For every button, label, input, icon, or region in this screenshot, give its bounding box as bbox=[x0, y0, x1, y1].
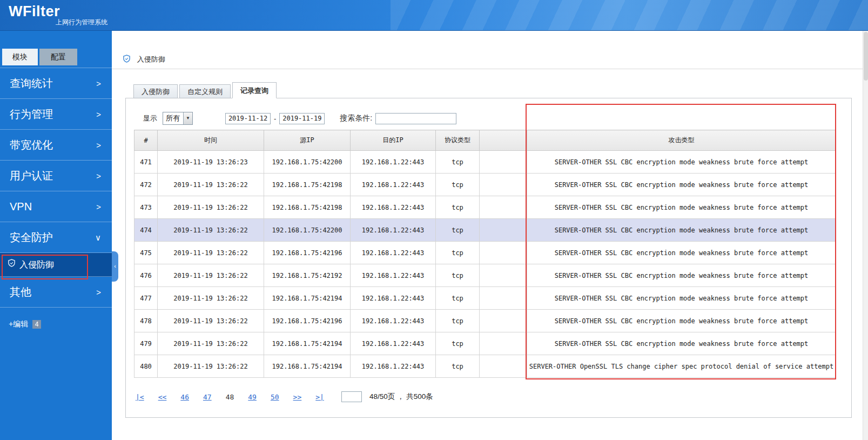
table-cell: 2019-11-19 13:26:22 bbox=[158, 355, 264, 378]
edit-button[interactable]: +编辑4 bbox=[9, 319, 112, 329]
table-cell: 474 bbox=[134, 219, 158, 242]
sidebar-item-行为管理[interactable]: 行为管理> bbox=[0, 99, 112, 130]
table-cell: 475 bbox=[134, 242, 158, 264]
app-subtitle: 上网行为管理系统 bbox=[56, 18, 107, 27]
table-row[interactable]: 4722019-11-19 13:26:22192.168.1.75:42198… bbox=[134, 174, 836, 196]
page-link-48[interactable]: 48 bbox=[226, 393, 234, 401]
scrollbar[interactable] bbox=[863, 31, 868, 440]
table-cell: 192.168.1.75:42196 bbox=[264, 242, 351, 264]
display-select[interactable]: 所有 ▼ bbox=[163, 112, 193, 125]
sidebar-item-其他[interactable]: 其他> bbox=[0, 277, 112, 308]
table-cell: 192.168.1.22:443 bbox=[351, 242, 436, 264]
table-row[interactable]: 4742019-11-19 13:26:22192.168.1.75:42200… bbox=[134, 219, 836, 242]
table-cell: 2019-11-19 13:26:22 bbox=[158, 242, 264, 264]
table-cell: tcp bbox=[436, 332, 480, 355]
sidebar-item-带宽优化[interactable]: 带宽优化> bbox=[0, 130, 112, 161]
date-to-input[interactable] bbox=[279, 113, 325, 124]
table-cell: 192.168.1.75:42192 bbox=[264, 264, 351, 287]
table-cell: tcp bbox=[436, 196, 480, 219]
tab-入侵防御[interactable]: 入侵防御 bbox=[133, 84, 178, 98]
sidebar-item-label: 入侵防御 bbox=[19, 260, 54, 269]
page-link-49[interactable]: 49 bbox=[248, 393, 257, 401]
table-cell: 192.168.1.75:42194 bbox=[264, 287, 351, 310]
pagination: |<<<4647484950>>>| 48/50页 ， 共500条 bbox=[136, 389, 433, 404]
page-link-50[interactable]: 50 bbox=[271, 393, 279, 401]
table-cell: 2019-11-19 13:26:22 bbox=[158, 264, 264, 287]
table-cell: SERVER-OTHER SSL CBC encryption mode wea… bbox=[527, 151, 836, 174]
scrollbar-thumb[interactable] bbox=[864, 32, 868, 81]
table-cell: 192.168.1.22:443 bbox=[351, 219, 436, 242]
dropdown-arrow-icon: ▼ bbox=[183, 112, 192, 124]
table-row[interactable]: 4762019-11-19 13:26:22192.168.1.75:42192… bbox=[134, 264, 836, 287]
table-cell: 192.168.1.75:42196 bbox=[264, 310, 351, 332]
table-cell: SERVER-OTHER SSL CBC encryption mode wea… bbox=[527, 174, 836, 196]
edit-label: +编辑 bbox=[9, 319, 28, 328]
breadcrumb-divider bbox=[112, 69, 863, 69]
table-cell: 192.168.1.22:443 bbox=[351, 151, 436, 174]
sidebar-tab-模块[interactable]: 模块 bbox=[2, 49, 38, 65]
table-cell: 192.168.1.22:443 bbox=[351, 332, 436, 355]
table-cell: tcp bbox=[436, 219, 480, 242]
table-cell: 192.168.1.75:42194 bbox=[264, 332, 351, 355]
table-cell: 2019-11-19 13:26:22 bbox=[158, 287, 264, 310]
tab-自定义规则[interactable]: 自定义规则 bbox=[179, 84, 231, 98]
display-label: 显示 bbox=[143, 114, 157, 123]
table-cell: tcp bbox=[436, 174, 480, 196]
table-header-row: #时间源IP目的IP协议类型攻击类型 bbox=[134, 130, 836, 151]
search-input[interactable] bbox=[375, 113, 456, 124]
page-link-47[interactable]: 47 bbox=[203, 393, 212, 401]
sidebar-item-查询统计[interactable]: 查询统计> bbox=[0, 68, 112, 99]
table-cell bbox=[480, 174, 527, 196]
sidebar-item-用户认证[interactable]: 用户认证> bbox=[0, 161, 112, 191]
sidebar-item-label: 带宽优化 bbox=[10, 139, 53, 151]
chevron-right-icon: > bbox=[96, 277, 101, 308]
table-cell bbox=[480, 355, 527, 378]
sidebar-collapse-handle[interactable]: ‹ bbox=[112, 251, 118, 282]
sidebar-item-label: 行为管理 bbox=[10, 108, 53, 120]
page-last-button[interactable]: >| bbox=[315, 393, 324, 401]
tab-记录查询[interactable]: 记录查询 bbox=[232, 82, 277, 98]
table-cell: SERVER-OTHER SSL CBC encryption mode wea… bbox=[527, 196, 836, 219]
table-cell: tcp bbox=[436, 310, 480, 332]
table-cell: 192.168.1.75:42198 bbox=[264, 174, 351, 196]
breadcrumb-label: 入侵防御 bbox=[137, 55, 165, 63]
table-row[interactable]: 4792019-11-19 13:26:22192.168.1.75:42194… bbox=[134, 332, 836, 355]
sidebar-item-入侵防御[interactable]: 入侵防御 bbox=[0, 253, 112, 277]
page-prev-button[interactable]: << bbox=[158, 393, 167, 401]
header: WFilter 上网行为管理系统 bbox=[0, 0, 868, 31]
pagination-info: 48/50页 ， 共500条 bbox=[369, 392, 433, 402]
table-cell bbox=[480, 196, 527, 219]
table-row[interactable]: 4782019-11-19 13:26:22192.168.1.75:42196… bbox=[134, 310, 836, 332]
table-row[interactable]: 4712019-11-19 13:26:23192.168.1.75:42200… bbox=[134, 151, 836, 174]
page-jump-input[interactable] bbox=[341, 391, 362, 402]
table-cell: 192.168.1.22:443 bbox=[351, 264, 436, 287]
sidebar-item-安全防护[interactable]: 安全防护∨ bbox=[0, 222, 112, 253]
table-body: 4712019-11-19 13:26:23192.168.1.75:42200… bbox=[134, 151, 836, 378]
table-cell: SERVER-OTHER SSL CBC encryption mode wea… bbox=[527, 219, 836, 242]
table-cell: tcp bbox=[436, 264, 480, 287]
page-first-button[interactable]: |< bbox=[136, 393, 144, 401]
table-cell bbox=[480, 287, 527, 310]
page-next-button[interactable]: >> bbox=[293, 393, 302, 401]
content-panel: 显示 所有 ▼ - 搜索条件: #时间源IP目的IP协议类型攻击类型 47120… bbox=[125, 98, 852, 418]
table-cell: SERVER-OTHER SSL CBC encryption mode wea… bbox=[527, 242, 836, 264]
table-cell: 192.168.1.22:443 bbox=[351, 287, 436, 310]
sidebar-item-VPN[interactable]: VPN> bbox=[0, 191, 112, 222]
page-link-46[interactable]: 46 bbox=[180, 393, 189, 401]
table-cell: 480 bbox=[134, 355, 158, 378]
table-cell: 479 bbox=[134, 332, 158, 355]
table-cell: 2019-11-19 13:26:22 bbox=[158, 310, 264, 332]
table-row[interactable]: 4732019-11-19 13:26:22192.168.1.75:42198… bbox=[134, 196, 836, 219]
table-row[interactable]: 4772019-11-19 13:26:22192.168.1.75:42194… bbox=[134, 287, 836, 310]
date-from-input[interactable] bbox=[225, 113, 271, 124]
table-cell: SERVER-OTHER SSL CBC encryption mode wea… bbox=[527, 332, 836, 355]
chevron-down-icon: ∨ bbox=[95, 222, 101, 253]
table-row[interactable]: 4802019-11-19 13:26:22192.168.1.75:42194… bbox=[134, 355, 836, 378]
table-cell: 192.168.1.22:443 bbox=[351, 355, 436, 378]
table-cell: 473 bbox=[134, 196, 158, 219]
table-row[interactable]: 4752019-11-19 13:26:22192.168.1.75:42196… bbox=[134, 242, 836, 264]
pagination-links: |<<<4647484950>>>| bbox=[136, 393, 338, 401]
sidebar-item-label: 安全防护 bbox=[10, 231, 53, 243]
sidebar-tab-配置[interactable]: 配置 bbox=[39, 49, 77, 65]
breadcrumb: 入侵防御 bbox=[123, 55, 165, 65]
